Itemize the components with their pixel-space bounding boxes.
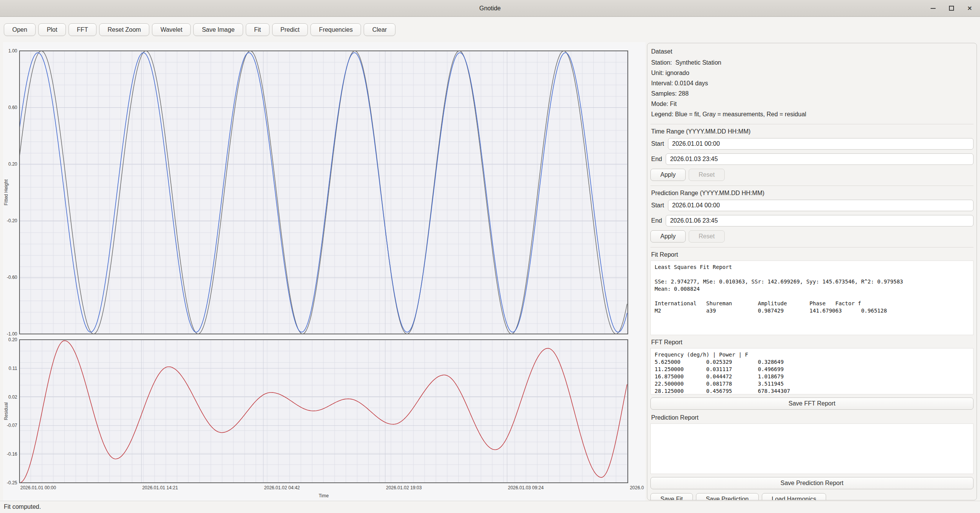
toolbar-button-reset-zoom[interactable]: Reset Zoom	[99, 23, 149, 36]
time-range-start-input[interactable]	[668, 138, 973, 150]
close-icon[interactable]: ✕	[965, 4, 974, 13]
x-tick-label: 2026.01.02 04:42	[264, 485, 300, 490]
separator	[650, 186, 973, 186]
prediction-range-start-row: Start	[650, 200, 973, 211]
dataset-info: Station: Synthetic StationUnit: ignorado…	[650, 57, 973, 119]
side-panel: Dataset Station: Synthetic StationUnit: …	[647, 43, 977, 500]
time-range-end-row: End	[650, 153, 973, 165]
fft-report-header: FFT Report	[651, 339, 973, 346]
dataset-header: Dataset	[651, 48, 973, 55]
toolbar-button-clear[interactable]: Clear	[364, 23, 395, 36]
time-range-end-input[interactable]	[666, 153, 973, 165]
load-harmonics-button[interactable]: Load Harmonics	[762, 493, 826, 500]
save-fit-button[interactable]: Save Fit	[650, 493, 693, 500]
titlebar[interactable]: Gnotide ✕	[0, 0, 980, 17]
x-tick-label: 2026.0	[630, 485, 644, 490]
x-axis-title: Time	[318, 493, 329, 498]
prediction-range-reset-button[interactable]: Reset	[689, 230, 725, 243]
toolbar: OpenPlotFFTReset ZoomWaveletSave ImageFi…	[4, 23, 395, 35]
x-tick-label: 2026.01.02 19:03	[386, 485, 422, 490]
y-tick-label: -0.07	[7, 423, 18, 428]
toolbar-button-frequencies[interactable]: Frequencies	[310, 23, 361, 36]
fft-report-text: Frequency (deg/h) | Power | F 5.625000 0…	[655, 351, 969, 394]
save-prediction-report-button[interactable]: Save Prediction Report	[650, 477, 973, 489]
plots-canvas[interactable]: 1.000.600.20-0.20-0.60-1.000.200.110.02-…	[3, 42, 645, 501]
y-tick-label: 0.20	[8, 161, 18, 167]
window-controls: ✕	[929, 0, 974, 16]
toolbar-button-save-image[interactable]: Save Image	[193, 23, 243, 36]
fit-report-text: Least Squares Fit Report SSe: 2.974277, …	[655, 264, 969, 314]
x-tick-label: 2026.01.03 09:24	[508, 485, 544, 490]
bottom-y-axis-title: Residual	[3, 402, 9, 420]
dataset-row: Mode: Fit	[651, 99, 973, 109]
toolbar-button-fit[interactable]: Fit	[246, 23, 270, 36]
separator	[650, 247, 973, 248]
top-chart-grid	[20, 51, 628, 334]
time-range-header: Time Range (YYYY.MM.DD HH:MM)	[651, 128, 973, 135]
time-range-buttons: Apply Reset	[650, 169, 973, 181]
minimize-icon[interactable]	[929, 4, 937, 13]
status-text: Fit computed.	[4, 501, 41, 513]
prediction-range-end-input[interactable]	[666, 215, 973, 226]
plot-figure: 1.000.600.20-0.20-0.60-1.000.200.110.02-…	[3, 42, 645, 501]
y-tick-label: -0.60	[7, 275, 18, 280]
prediction-range-header: Prediction Range (YYYY.MM.DD HH:MM)	[651, 190, 973, 197]
x-tick-label: 2026.01.01 14:21	[142, 485, 178, 490]
bottom-chart-grid	[20, 340, 628, 483]
bottom-buttons: Save FitSave PredictionLoad Harmonics	[650, 493, 973, 500]
y-tick-label: -0.25	[7, 480, 18, 485]
prediction-report-header: Prediction Report	[651, 414, 973, 421]
time-range-reset-button[interactable]: Reset	[689, 169, 725, 181]
status-bar: Fit computed.	[0, 501, 980, 513]
fit-report-header: Fit Report	[651, 251, 973, 258]
y-tick-label: -0.16	[7, 451, 18, 457]
toolbar-button-predict[interactable]: Predict	[272, 23, 308, 36]
prediction-report-box[interactable]	[650, 423, 973, 474]
prediction-range-end-row: End	[650, 215, 973, 226]
time-range-start-row: Start	[650, 138, 973, 150]
dataset-row: Interval: 0.0104 days	[651, 78, 973, 88]
window-title: Gnotide	[0, 0, 980, 16]
dataset-row: Samples: 288	[651, 88, 973, 99]
toolbar-button-plot[interactable]: Plot	[38, 23, 66, 36]
y-tick-label: -0.20	[7, 218, 18, 223]
prediction-range-apply-button[interactable]: Apply	[650, 230, 686, 243]
top-y-axis-title: Fitted Height	[3, 179, 9, 205]
y-tick-label: 0.60	[8, 105, 18, 110]
save-fft-report-button[interactable]: Save FFT Report	[650, 397, 973, 410]
dataset-row: Station: Synthetic Station	[651, 57, 973, 68]
y-tick-label: 1.00	[8, 48, 18, 54]
y-tick-label: 0.20	[8, 337, 18, 342]
time-range-start-label: Start	[651, 140, 664, 147]
separator	[650, 124, 973, 124]
app-window: Gnotide ✕ OpenPlotFFTReset ZoomWaveletSa…	[0, 0, 980, 513]
prediction-range-buttons: Apply Reset	[650, 230, 973, 243]
time-range-apply-button[interactable]: Apply	[650, 169, 686, 181]
time-range-end-label: End	[651, 156, 662, 163]
maximize-icon[interactable]	[947, 4, 956, 13]
y-tick-label: -1.00	[7, 331, 18, 337]
toolbar-button-wavelet[interactable]: Wavelet	[152, 23, 191, 36]
y-tick-label: 0.11	[9, 366, 18, 371]
prediction-range-end-label: End	[651, 217, 662, 224]
dataset-row: Unit: ignorado	[651, 68, 973, 78]
fft-report-box[interactable]: Frequency (deg/h) | Power | F 5.625000 0…	[650, 348, 973, 394]
y-tick-label: 0.02	[8, 394, 18, 400]
save-prediction-button[interactable]: Save Prediction	[696, 493, 759, 500]
dataset-row: Legend: Blue = fit, Gray = measurements,…	[651, 109, 973, 119]
x-tick-label: 2026.01.01 00:00	[20, 485, 56, 490]
toolbar-button-fft[interactable]: FFT	[69, 23, 96, 36]
prediction-range-start-input[interactable]	[668, 200, 973, 211]
fit-report-box[interactable]: Least Squares Fit Report SSe: 2.974277, …	[650, 261, 973, 335]
prediction-range-start-label: Start	[651, 202, 664, 209]
toolbar-button-open[interactable]: Open	[4, 23, 36, 36]
